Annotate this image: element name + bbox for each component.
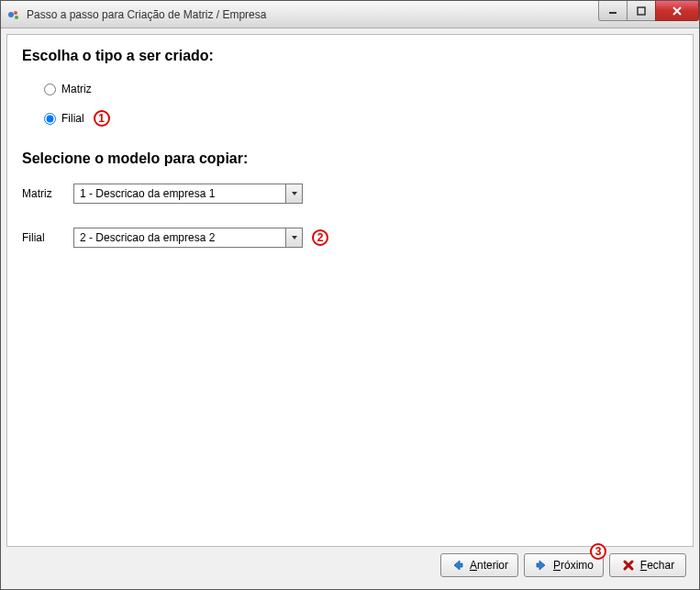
close-icon	[621, 558, 636, 573]
svg-point-0	[8, 12, 14, 17]
minimize-button[interactable]	[598, 1, 628, 21]
form-row-matriz: Matriz 1 - Descricao da empresa 1	[22, 184, 678, 204]
proximo-label: Próximo	[553, 559, 594, 572]
fechar-label: Fechar	[640, 559, 674, 572]
anterior-label: Anterior	[470, 559, 508, 572]
filial-combo-value: 2 - Descricao da empresa 2	[74, 228, 285, 247]
fechar-button[interactable]: Fechar	[609, 553, 686, 577]
chevron-down-icon[interactable]	[285, 228, 302, 247]
callout-3: 3	[590, 543, 606, 560]
content-panel: Escolha o tipo a ser criado: Matriz Fili…	[6, 34, 694, 547]
anterior-button[interactable]: Anterior	[440, 553, 518, 577]
arrow-left-icon	[450, 558, 465, 573]
radio-row-matriz: Matriz	[44, 81, 678, 97]
radio-filial[interactable]	[44, 113, 56, 125]
titlebar[interactable]: Passo a passo para Criação de Matriz / E…	[1, 1, 699, 28]
filial-combo[interactable]: 2 - Descricao da empresa 2	[73, 228, 303, 248]
window-controls	[599, 1, 699, 21]
arrow-right-icon	[534, 558, 549, 573]
matriz-combo[interactable]: 1 - Descricao da empresa 1	[73, 184, 303, 204]
proximo-button[interactable]: Próximo 3	[524, 553, 604, 577]
window-title: Passo a passo para Criação de Matriz / E…	[27, 8, 266, 21]
svg-rect-4	[638, 7, 645, 15]
svg-point-2	[15, 16, 18, 19]
type-heading: Escolha o tipo a ser criado:	[22, 48, 678, 64]
matriz-field-label: Matriz	[22, 187, 73, 200]
button-bar: Anterior Próximo 3 Fechar	[6, 547, 694, 584]
close-button[interactable]	[655, 1, 699, 21]
radio-row-filial: Filial 1	[44, 110, 678, 127]
matriz-combo-value: 1 - Descricao da empresa 1	[74, 184, 285, 203]
type-radio-group: Matriz Filial 1	[44, 81, 678, 127]
chevron-down-icon[interactable]	[285, 184, 302, 203]
form-row-filial: Filial 2 - Descricao da empresa 2 2	[22, 228, 678, 248]
dialog-window: Passo a passo para Criação de Matriz / E…	[0, 0, 700, 590]
callout-1: 1	[94, 110, 110, 127]
filial-field-label: Filial	[22, 231, 73, 244]
model-heading: Selecione o modelo para copiar:	[22, 150, 678, 167]
radio-matriz-label: Matriz	[61, 83, 92, 95]
radio-matriz[interactable]	[44, 83, 56, 95]
svg-rect-3	[609, 12, 617, 14]
radio-filial-label: Filial	[61, 112, 84, 125]
app-icon	[6, 7, 21, 22]
svg-point-1	[14, 11, 17, 15]
maximize-button[interactable]	[627, 1, 656, 21]
content-outer: Escolha o tipo a ser criado: Matriz Fili…	[1, 28, 699, 589]
callout-2: 2	[312, 229, 328, 246]
